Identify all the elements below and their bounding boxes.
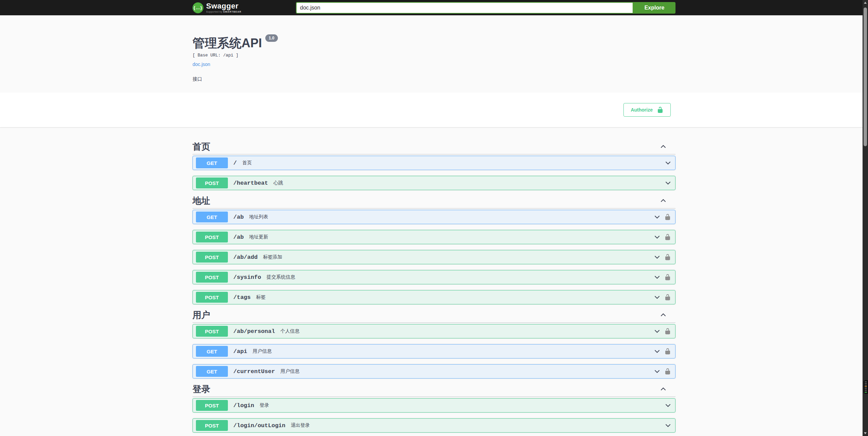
method-badge: POST [196,326,228,337]
lock-icon[interactable] [664,254,675,261]
operation-path: /login [233,402,254,409]
api-tag-section: 地址 GET /ab 地址列表 POST /ab 地址更新 POST /ab/a… [193,196,675,304]
topbar: {…} Swagger Supported by SMARTBEAR Explo… [0,0,868,15]
chevron-down-icon [664,422,675,429]
lock-icon[interactable] [664,274,675,281]
method-badge: POST [196,420,228,431]
operation-row[interactable]: POST /heartbeat 心跳 [193,176,675,190]
lock-icon[interactable] [664,348,675,355]
api-tag-section: 用户 POST /ab/personal 个人信息 GET /api 用户信息 … [193,310,675,379]
chevron-down-icon [664,179,675,187]
unlock-icon [657,106,664,113]
tag-header[interactable]: 地址 [193,196,675,208]
lock-icon[interactable] [664,234,675,240]
tag-title: 地址 [193,196,210,205]
api-tag-section: 首页 GET / 首页 POST /heartbeat 心跳 [193,142,675,190]
operation-summary: 心跳 [273,180,283,186]
operation-summary: 登录 [260,402,269,408]
operation-path: /ab/personal [233,328,275,335]
chevron-up-icon [660,385,675,393]
authorize-label: Authorize [631,107,653,113]
operation-path: /tags [233,294,251,301]
logo-tagline-brand: SMARTBEAR [223,11,241,13]
scrollbar-down-arrow[interactable] [864,432,867,434]
base-url: [ Base URL: /api ] [193,53,675,58]
chevron-down-icon [653,253,664,261]
tag-operations: POST /login 登录 POST /login/outLogin 退出登录 [193,398,675,433]
method-badge: POST [196,400,228,411]
method-badge: GET [196,346,228,357]
tag-header[interactable]: 登录 [193,384,675,397]
spec-url-input[interactable] [296,2,633,14]
operation-path: /currentUser [233,368,275,375]
tag-header[interactable]: 首页 [193,142,675,154]
spec-json-link[interactable]: doc.json [193,62,210,67]
lock-icon[interactable] [664,294,675,301]
operation-path: /heartbeat [233,180,268,186]
scrollbar-thumb[interactable] [864,7,867,146]
tag-operations: POST /ab/personal 个人信息 GET /api 用户信息 GET… [193,324,675,379]
chevron-down-icon [664,159,675,167]
operation-row[interactable]: GET /ab 地址列表 [193,210,675,224]
operation-summary: 标签添加 [263,254,282,260]
lock-icon[interactable] [664,328,675,335]
api-description: 接口 [193,76,675,82]
swagger-ui-page: {…} Swagger Supported by SMARTBEAR Explo… [0,0,868,436]
scrollbar-track[interactable] [863,0,868,436]
logo-title: Swagger [206,2,241,10]
chevron-down-icon [653,294,664,301]
method-badge: GET [196,157,228,168]
operation-summary: 标签 [256,294,266,300]
operation-summary: 提交系统信息 [267,274,295,280]
api-title-text: 管理系统API [193,36,262,50]
chevron-up-icon [660,311,675,319]
operation-row[interactable]: POST /login 登录 [193,398,675,413]
operation-row[interactable]: GET /api 用户信息 [193,344,675,358]
tag-title: 用户 [193,310,210,320]
operation-path: /api [233,348,247,355]
chevron-down-icon [653,348,664,355]
operation-row[interactable]: POST /ab 地址更新 [193,230,675,244]
chevron-down-icon [653,273,664,281]
method-badge: POST [196,232,228,242]
logo-tagline-prefix: Supported by [206,11,222,13]
method-badge: POST [196,178,228,188]
chevron-up-icon [660,143,675,150]
operation-row[interactable]: GET /currentUser 用户信息 [193,364,675,379]
tag-operations: GET / 首页 POST /heartbeat 心跳 [193,156,675,190]
scroll-minimap-widget [864,380,868,394]
operation-row[interactable]: POST /ab/add 标签添加 [193,250,675,264]
operation-row[interactable]: GET / 首页 [193,156,675,170]
tag-title: 登录 [193,384,210,394]
chevron-down-icon [653,213,664,221]
scrollbar-up-arrow[interactable] [864,2,867,4]
operation-path: /sysinfo [233,274,261,281]
method-badge: POST [196,252,228,263]
lock-icon[interactable] [664,368,675,375]
download-url-wrapper: Explore [296,2,675,14]
method-badge: POST [196,292,228,303]
logo-tagline: Supported by SMARTBEAR [206,11,241,13]
lock-icon[interactable] [664,214,675,220]
tag-header[interactable]: 用户 [193,310,675,323]
version-badge: 1.0 [265,34,278,42]
operation-row[interactable]: POST /sysinfo 提交系统信息 [193,270,675,284]
explore-button[interactable]: Explore [633,2,675,14]
tag-title: 首页 [193,142,210,151]
operation-row[interactable]: POST /ab/personal 个人信息 [193,324,675,338]
method-badge: GET [196,366,228,377]
info-section: 管理系统API1.0 [ Base URL: /api ] doc.json 接… [0,15,868,93]
operation-path: /ab [233,234,244,240]
page-title: 管理系统API1.0 [193,36,675,51]
operations-container: 首页 GET / 首页 POST /heartbeat 心跳 地址 [193,127,675,433]
swagger-logo-icon: {…} [193,2,203,13]
method-badge: GET [196,212,228,222]
operation-summary: 用户信息 [253,348,272,354]
chevron-down-icon [664,402,675,409]
operation-row[interactable]: POST /login/outLogin 退出登录 [193,418,675,433]
operation-summary: 个人信息 [280,328,299,334]
method-badge: POST [196,272,228,283]
chevron-up-icon [660,197,675,204]
operation-row[interactable]: POST /tags 标签 [193,290,675,304]
authorize-button[interactable]: Authorize [623,103,671,117]
